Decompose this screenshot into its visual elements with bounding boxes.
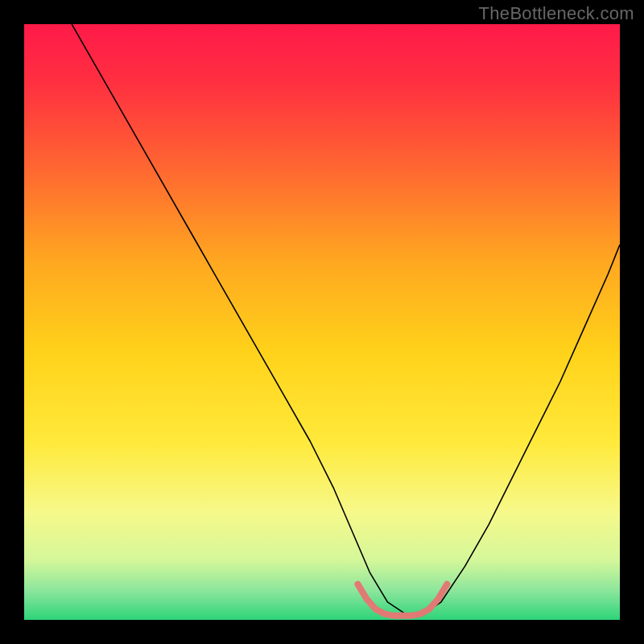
bottleneck-chart xyxy=(24,24,620,620)
watermark-text: TheBottleneck.com xyxy=(479,3,634,24)
chart-background xyxy=(24,24,620,620)
chart-frame: TheBottleneck.com xyxy=(0,0,644,644)
